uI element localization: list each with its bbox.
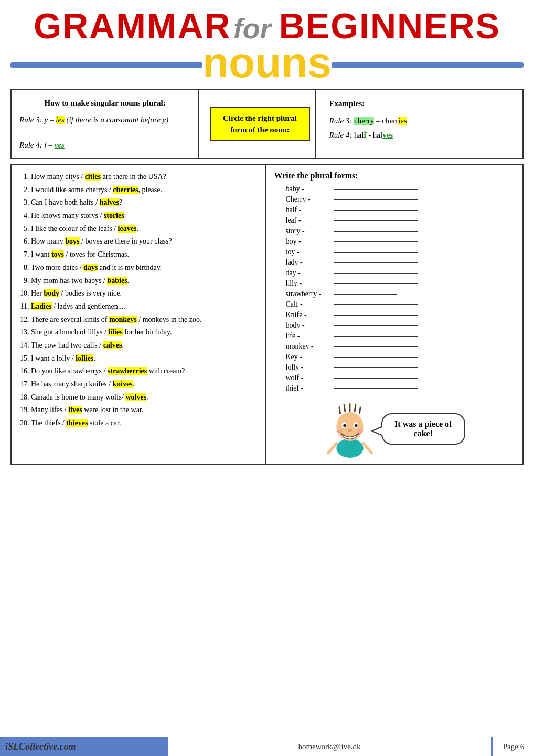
- list-item: He has many sharp knifes / knives.: [31, 379, 260, 390]
- list-item: Canada is home to many wolfs/ wolves.: [31, 392, 260, 403]
- rules-box: How to make singular nouns plural: Rule …: [12, 90, 199, 158]
- blank-line: [334, 284, 418, 284]
- list-item: There are several kinds of monkeys / mon…: [31, 314, 260, 326]
- list-item: baby -: [286, 185, 515, 193]
- rule3-text: Rule 3: y – ies (if there is a consonant…: [19, 113, 190, 126]
- blank-line: [334, 252, 418, 253]
- list-item: monkey -: [286, 342, 515, 351]
- blank-line: [334, 304, 418, 305]
- svg-point-0: [336, 438, 363, 458]
- list-item: My mom has two babys / babies.: [31, 275, 260, 287]
- list-item: lady -: [286, 258, 515, 267]
- ves-highlight: ves: [55, 141, 65, 149]
- list-item: Can I have both halfs / halves?: [31, 197, 260, 208]
- list-item: The thiefs / thieves stole a car.: [31, 417, 260, 429]
- example-rule4: Rule 4: half - halves: [329, 128, 515, 142]
- svg-point-13: [347, 429, 352, 432]
- examples-box: Examples: Rule 3: cherry – cherries Rule…: [322, 90, 522, 158]
- list-item: She got a bunch of lillys / lilies for h…: [31, 327, 260, 338]
- svg-line-4: [339, 407, 340, 414]
- blank-line: [334, 315, 418, 316]
- exercise-list: How many citys / cities are there in the…: [19, 171, 260, 429]
- list-item: life -: [286, 332, 515, 340]
- blank-line: [334, 262, 418, 263]
- svg-point-15: [357, 429, 363, 433]
- blank-line: [334, 189, 418, 190]
- blank-line: [334, 346, 418, 347]
- svg-point-11: [343, 424, 346, 427]
- plural-box: Write the plural forms: baby - Cherry - …: [266, 164, 524, 465]
- list-item: Ladies / ladys and gentlemen....: [31, 301, 260, 312]
- footer-branding: iSLCollective.com: [0, 741, 167, 752]
- rules-heading: How to make singular nouns plural:: [19, 97, 190, 109]
- blank-line: [334, 326, 418, 326]
- list-item: body -: [286, 321, 515, 330]
- blank-line: [334, 220, 418, 221]
- list-item: toy -: [286, 248, 515, 256]
- plural-list: baby - Cherry - half - leaf - story - bo…: [274, 185, 515, 393]
- list-item: How many citys / cities are there in the…: [31, 171, 260, 183]
- list-item: boy -: [286, 237, 515, 246]
- list-item: Knife -: [286, 311, 515, 319]
- list-item: Calf -: [286, 300, 515, 309]
- svg-line-1: [328, 444, 337, 453]
- footer: iSLCollective.com homework@live.dk Page …: [0, 737, 534, 756]
- list-item: story -: [286, 227, 515, 235]
- header: GRAMMAR for BEGINNERS nouns: [10, 5, 524, 84]
- svg-point-14: [336, 429, 342, 433]
- blank-line: [334, 200, 418, 200]
- cake-text: It was a piece of cake!: [394, 419, 452, 438]
- list-item: Cherry -: [286, 195, 515, 204]
- page-wrapper: GRAMMAR for BEGINNERS nouns How to make …: [0, 0, 534, 756]
- list-item: He knows many storys / stories.: [31, 210, 260, 222]
- nouns-line-right: [332, 62, 524, 68]
- circle-instruction: Circle the right plural form of the noun…: [210, 107, 309, 141]
- list-item: Key -: [286, 353, 515, 361]
- svg-line-5: [344, 405, 345, 412]
- list-item: How many boys / boyes are there in your …: [31, 236, 260, 247]
- cake-section: It was a piece of cake!: [274, 400, 515, 458]
- list-item: The cow had two calfs / calves.: [31, 340, 260, 351]
- info-row: How to make singular nouns plural: Rule …: [10, 89, 524, 159]
- list-item: lilly -: [286, 279, 515, 288]
- subtitle-nouns: nouns: [202, 41, 332, 84]
- rule4-text: Rule 4: f – ves: [19, 139, 190, 151]
- speech-bubble: It was a piece of cake!: [381, 413, 465, 445]
- plural-heading: Write the plural forms:: [274, 171, 515, 181]
- example-rule3: Rule 3: cherry – cherries: [329, 114, 515, 128]
- exercise-box: How many citys / cities are there in the…: [10, 164, 266, 465]
- ies-highlight: ies: [56, 116, 65, 124]
- half-highlight: f: [364, 131, 366, 139]
- list-item: day -: [286, 269, 515, 277]
- cake-character-svg: [324, 400, 376, 458]
- svg-line-2: [363, 444, 371, 453]
- blank-line: [334, 273, 418, 274]
- examples-heading: Examples:: [329, 97, 515, 111]
- nouns-row: nouns: [10, 46, 524, 84]
- blank-line: [334, 368, 418, 368]
- list-item: Many lifes / lives were lost in the war.: [31, 404, 260, 416]
- blank-line: [334, 378, 418, 379]
- nouns-line-left: [10, 62, 202, 68]
- list-item: Her body / bodies is very nice.: [31, 288, 260, 299]
- svg-line-8: [359, 407, 360, 414]
- blank-line: [334, 242, 418, 242]
- list-item: strawberry -: [286, 290, 515, 298]
- cherry-highlight: cherry: [354, 117, 374, 125]
- svg-point-12: [355, 424, 358, 427]
- circle-box: Circle the right plural form of the noun…: [205, 90, 316, 158]
- blank-line: [334, 231, 418, 232]
- svg-point-3: [336, 412, 363, 441]
- blank-line: [334, 388, 418, 389]
- blank-line: [334, 357, 418, 358]
- main-row: How many citys / cities are there in the…: [10, 164, 524, 465]
- ies-example: ies: [398, 117, 407, 125]
- list-item: I want toys / toyes for Christmas.: [31, 249, 260, 260]
- svg-line-7: [355, 405, 356, 412]
- list-item: I would like some cherrys / cherries, pl…: [31, 184, 260, 196]
- list-item: I want a lolly / lollies.: [31, 353, 260, 364]
- list-item: leaf -: [286, 216, 515, 225]
- footer-email: homework@live.dk: [167, 737, 492, 756]
- blank-line: [334, 294, 397, 295]
- blank-line: [334, 210, 418, 211]
